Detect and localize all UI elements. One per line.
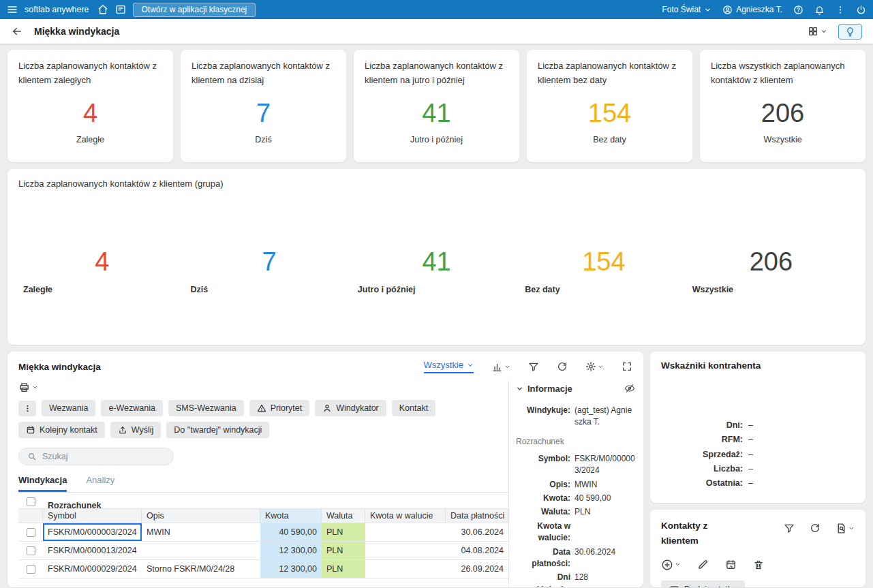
search-input[interactable]	[42, 452, 151, 461]
filter-funnel-icon[interactable]	[784, 523, 795, 533]
column-header-kwota-w-walucie[interactable]: Kwota w walucie	[365, 509, 446, 523]
table-row[interactable]: FSKR/M0/000003/2024 MWIN 40 590,00 PLN 3…	[18, 523, 508, 542]
tab-windykacja[interactable]: Windykacja	[18, 475, 67, 492]
table-cell-opis[interactable]: Storno FSKR/M0/24/28	[142, 560, 260, 578]
search-box[interactable]	[18, 448, 174, 465]
sms-wezwania-button[interactable]: SMS-Wezwania	[168, 400, 244, 416]
more-actions-kebab-button[interactable]	[18, 401, 36, 416]
field-value: (agt_test) Agnieszka T.	[575, 405, 635, 429]
column-header-kwota[interactable]: Kwota	[260, 509, 322, 523]
help-icon[interactable]	[793, 5, 803, 15]
power-icon[interactable]	[856, 5, 866, 15]
more-options-kebab-icon[interactable]	[836, 5, 845, 15]
table-cell-kwota-w-walucie[interactable]	[365, 542, 446, 559]
preview-document-button[interactable]	[836, 523, 855, 534]
home-icon[interactable]	[97, 4, 108, 15]
tab-analizy[interactable]: Analizy	[86, 475, 114, 492]
group-item-overdue: 4 Zaległe	[18, 247, 185, 294]
filter-funnel-icon[interactable]	[528, 361, 539, 372]
row-checkbox[interactable]	[27, 565, 35, 574]
table-cell-kwota-w-walucie[interactable]	[365, 523, 446, 541]
kolejny-kontakt-button[interactable]: Kolejny kontakt	[18, 422, 105, 438]
notifications-bell-icon[interactable]	[814, 5, 825, 15]
table-cell-waluta[interactable]: PLN	[322, 523, 365, 541]
kontakty-title: Kontakty z klientem	[661, 519, 724, 549]
column-header-data-platnosci[interactable]: Data płatności	[446, 509, 508, 523]
add-note-button[interactable]: Dodaj notatkę	[661, 581, 745, 587]
table-group-header-row: Rozrachunek	[18, 493, 508, 509]
column-header-waluta[interactable]: Waluta	[322, 509, 365, 523]
page-header: Miękka windykacja	[0, 19, 873, 44]
chart-view-button[interactable]	[491, 361, 510, 373]
table-cell-kwota[interactable]: 12 300,00	[260, 542, 322, 559]
row-checkbox[interactable]	[27, 546, 35, 555]
kpi-card-today[interactable]: Liczba zaplanowanych kontaktów z kliente…	[181, 50, 346, 162]
settings-gear-button[interactable]	[585, 361, 604, 372]
hamburger-menu-icon[interactable]	[7, 4, 18, 15]
table-cell-symbol[interactable]: FSKR/M0/000013/2024	[43, 542, 142, 559]
layout-grid-selector[interactable]	[808, 26, 827, 37]
group-value: 7	[185, 247, 352, 277]
table-cell-waluta[interactable]: PLN	[322, 560, 365, 578]
chevron-down-icon	[32, 384, 38, 390]
kpi-card-overdue[interactable]: Liczba zaplanowanych kontaktów z kliente…	[7, 50, 173, 162]
back-arrow-icon[interactable]	[11, 25, 23, 37]
table-cell-data-platnosci[interactable]: 26.09.2024	[446, 560, 508, 578]
info-field-waluta: Waluta: PLN	[516, 506, 635, 518]
table-cell-opis[interactable]	[142, 542, 260, 559]
wskazniki-title: Wskaźniki kontrahenta	[661, 360, 855, 371]
kpi-card-all[interactable]: Liczba wszystkich zaplanowanych kontaktó…	[700, 50, 866, 162]
refresh-icon[interactable]	[810, 523, 821, 533]
table-cell-opis[interactable]: MWIN	[142, 523, 260, 541]
open-classic-app-button[interactable]: Otwórz w aplikacji klasycznej	[133, 3, 256, 17]
eye-slash-icon[interactable]	[624, 383, 635, 394]
grid-icon	[808, 26, 818, 37]
add-note-label: Dodaj notatkę	[684, 585, 737, 587]
table-cell-data-platnosci[interactable]: 04.08.2024	[446, 542, 508, 559]
kpi-card-no-date[interactable]: Liczba zaplanowanych kontaktów z kliente…	[527, 50, 692, 162]
kpi-label: Zaległe	[18, 135, 162, 144]
chevron-down-icon[interactable]	[516, 385, 523, 392]
kontakt-button[interactable]: Kontakt	[392, 400, 435, 416]
kpi-card-later[interactable]: Liczba zaplanowanych kontaktów z kliente…	[354, 50, 519, 162]
edit-pencil-icon[interactable]	[697, 559, 709, 570]
e-wezwania-button[interactable]: e-Wezwania	[101, 400, 163, 416]
wyslij-button[interactable]: Wyślij	[110, 422, 162, 438]
refresh-icon[interactable]	[557, 361, 568, 372]
user-menu[interactable]: Agnieszka T.	[722, 5, 782, 15]
wezwania-button[interactable]: Wezwania	[42, 400, 95, 416]
company-selector[interactable]: Foto Świat	[662, 5, 711, 14]
table-cell-kwota[interactable]: 12 300,00	[260, 560, 322, 578]
priorytet-button[interactable]: Priorytet	[249, 400, 310, 416]
news-panel-icon[interactable]	[115, 4, 126, 15]
add-contact-button[interactable]	[661, 559, 681, 571]
delete-trash-icon[interactable]	[753, 559, 764, 570]
app-name: softlab anywhere	[25, 5, 89, 14]
table-cell-data-platnosci[interactable]: 30.06.2024	[446, 523, 508, 541]
table-row[interactable]: FSKR/M0/000029/2024 Storno FSKR/M0/24/28…	[18, 560, 508, 578]
group-label: Wszystkie	[688, 285, 855, 294]
kpi-value: 206	[711, 99, 855, 128]
column-header-symbol[interactable]: Symbol	[43, 509, 142, 523]
field-value: FSKR/M0/000003/2024	[575, 453, 635, 477]
fullscreen-expand-icon[interactable]	[622, 361, 632, 372]
windykator-button[interactable]: Windykator	[315, 400, 386, 416]
insights-bulb-toggle[interactable]	[838, 24, 862, 40]
twarda-windykacja-button[interactable]: Do "twardej" windykacji	[166, 422, 269, 438]
kpi-label: Bez daty	[538, 135, 681, 144]
calendar-event-icon[interactable]	[725, 559, 737, 570]
windykacja-panel: Miękka windykacja Wszystkie	[7, 352, 643, 587]
table-cell-kwota[interactable]: 40 590,00	[260, 523, 322, 541]
print-button[interactable]	[18, 382, 508, 393]
table-cell-waluta[interactable]: PLN	[322, 542, 365, 559]
group-item-today: 7 Dziś	[185, 247, 352, 294]
row-checkbox[interactable]	[27, 528, 35, 537]
view-filter-select[interactable]: Wszystkie	[424, 360, 474, 373]
table-cell-kwota-w-walucie[interactable]	[365, 560, 446, 578]
table-row[interactable]: FSKR/M0/000013/2024 12 300,00 PLN 04.08.…	[18, 542, 508, 560]
table-cell-symbol[interactable]: FSKR/M0/000003/2024	[43, 523, 142, 541]
select-all-checkbox[interactable]	[27, 497, 35, 506]
column-header-opis[interactable]: Opis	[142, 509, 260, 523]
indicator-liczba: Liczba: –	[661, 462, 855, 476]
table-cell-symbol[interactable]: FSKR/M0/000029/2024	[43, 560, 142, 578]
